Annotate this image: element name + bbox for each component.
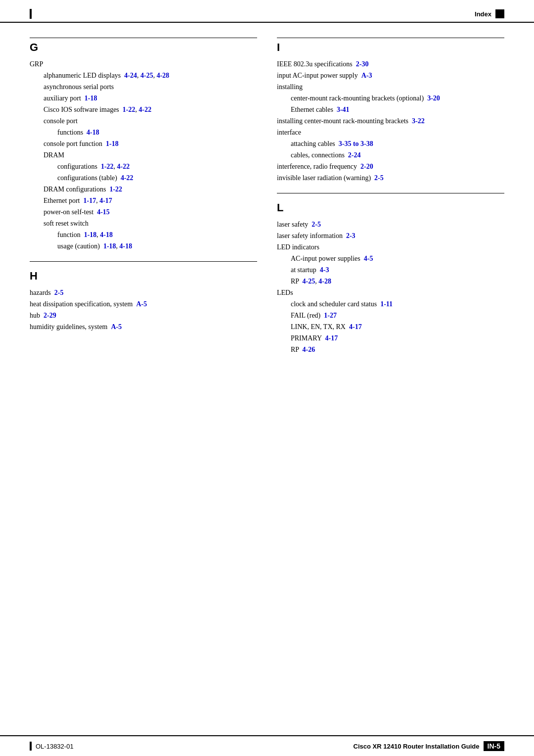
footer: OL-13832-01 Cisco XR 12410 Router Instal…: [0, 735, 534, 756]
list-item: input AC-input power supply A-3: [277, 70, 504, 81]
list-item: RP 4-26: [277, 344, 504, 355]
list-item: soft reset switch: [30, 218, 257, 229]
list-item: installing center-mount rack-mounting br…: [277, 116, 504, 126]
link[interactable]: 1-22: [123, 106, 135, 113]
link[interactable]: 4-15: [97, 208, 110, 216]
list-item: DRAM: [30, 150, 257, 160]
list-item: LEDs: [277, 287, 504, 298]
section-divider-l: [277, 193, 504, 193]
list-item: DRAM configurations 1-22: [30, 184, 257, 194]
link[interactable]: 4-25: [303, 278, 315, 285]
link[interactable]: 2-24: [348, 151, 361, 159]
section-i: I IEEE 802.3u specifications 2-30 input …: [277, 38, 504, 183]
list-item: functions 4-18: [30, 127, 257, 138]
section-h: H hazards 2-5 heat dissipation specifica…: [30, 267, 257, 332]
list-item: heat dissipation specification, system A…: [30, 299, 257, 309]
section-i-header: I: [277, 38, 504, 54]
link[interactable]: 4-3: [320, 266, 329, 274]
link[interactable]: 4-18: [120, 242, 133, 250]
list-item: interface: [277, 127, 504, 138]
list-item: Ethernet cables 3-41: [277, 104, 504, 115]
list-item: alphanumeric LED displays 4-24, 4-25, 4-…: [30, 70, 257, 81]
link[interactable]: 4-24: [124, 72, 137, 79]
list-item: console port function 1-18: [30, 139, 257, 149]
link[interactable]: A-5: [136, 300, 147, 308]
link[interactable]: 2-5: [54, 289, 64, 296]
link[interactable]: 2-3: [346, 232, 356, 239]
list-item: power-on self-test 4-15: [30, 207, 257, 217]
list-item: invisible laser radiation (warning) 2-5: [277, 173, 504, 183]
list-item: center-mount rack-mounting brackets (opt…: [277, 93, 504, 103]
link[interactable]: 4-17: [349, 323, 362, 331]
link[interactable]: 4-26: [303, 346, 315, 353]
list-item: configurations (table) 4-22: [30, 173, 257, 183]
left-column: G GRP alphanumeric LED displays 4-24, 4-…: [30, 38, 257, 356]
list-item: console port: [30, 116, 257, 126]
page: Index G GRP alphanumeric LED displays 4-…: [0, 0, 534, 756]
top-left-bar: [30, 9, 32, 19]
list-item: at startup 4-3: [277, 265, 504, 275]
link[interactable]: 1-17: [83, 197, 96, 204]
section-l: L laser safety 2-5 laser safety informat…: [277, 198, 504, 355]
list-item: PRIMARY 4-17: [277, 333, 504, 343]
main-content: G GRP alphanumeric LED displays 4-24, 4-…: [0, 23, 534, 366]
top-bar-right: Index: [475, 9, 504, 18]
link[interactable]: 2-20: [360, 163, 373, 170]
link[interactable]: 4-5: [364, 255, 373, 262]
link[interactable]: 4-28: [318, 278, 331, 285]
link[interactable]: 4-22: [138, 106, 151, 113]
section-h-header: H: [30, 267, 257, 283]
link[interactable]: 4-22: [117, 163, 130, 170]
list-item: GRP: [30, 59, 257, 69]
section-g: G GRP alphanumeric LED displays 4-24, 4-…: [30, 38, 257, 251]
link[interactable]: 2-5: [312, 221, 321, 228]
list-item: function 1-18, 4-18: [30, 230, 257, 240]
link[interactable]: 3-20: [427, 94, 440, 102]
list-item: clock and scheduler card status 1-11: [277, 299, 504, 309]
link[interactable]: 4-22: [121, 174, 134, 182]
footer-right: Cisco XR 12410 Router Installation Guide…: [354, 741, 504, 751]
list-item: hazards 2-5: [30, 287, 257, 298]
link[interactable]: 4-18: [87, 129, 99, 136]
link[interactable]: 4-18: [100, 231, 113, 238]
link[interactable]: 1-27: [324, 312, 337, 319]
list-item: Cisco IOS software images 1-22, 4-22: [30, 104, 257, 115]
link[interactable]: A-3: [361, 72, 372, 79]
link[interactable]: 1-18: [84, 231, 97, 238]
link[interactable]: 1-18: [106, 140, 119, 147]
link[interactable]: 1-22: [101, 163, 114, 170]
list-item: Ethernet port 1-17, 4-17: [30, 195, 257, 206]
link[interactable]: A-5: [111, 323, 122, 331]
list-item: LED indicators: [277, 242, 504, 252]
list-item: AC-input power supplies 4-5: [277, 253, 504, 264]
list-item: installing: [277, 82, 504, 92]
list-item: hub 2-29: [30, 310, 257, 321]
list-item: attaching cables 3-35 to 3-38: [277, 139, 504, 149]
link[interactable]: 2-5: [374, 174, 384, 182]
right-column: I IEEE 802.3u specifications 2-30 input …: [277, 38, 504, 356]
link[interactable]: 4-17: [325, 334, 338, 342]
link[interactable]: 3-41: [337, 106, 350, 113]
list-item: interference, radio frequency 2-20: [277, 161, 504, 172]
section-divider: [30, 261, 257, 262]
link[interactable]: 4-28: [157, 72, 170, 79]
link[interactable]: 1-22: [109, 186, 122, 193]
link[interactable]: 1-18: [103, 242, 116, 250]
footer-left-bar: [30, 742, 32, 751]
section-l-header: L: [277, 198, 504, 214]
link[interactable]: 1-18: [85, 94, 97, 102]
list-item: RP 4-25, 4-28: [277, 276, 504, 286]
list-item: configurations 1-22, 4-22: [30, 161, 257, 172]
top-bar-block: [495, 9, 504, 18]
link[interactable]: 2-30: [356, 60, 369, 68]
list-item: auxiliary port 1-18: [30, 93, 257, 103]
list-item: usage (caution) 1-18, 4-18: [30, 241, 257, 251]
link[interactable]: 3-35 to 3-38: [339, 140, 373, 147]
link[interactable]: 4-25: [140, 72, 153, 79]
list-item: LINK, EN, TX, RX 4-17: [277, 322, 504, 332]
link[interactable]: 1-11: [380, 300, 393, 308]
link[interactable]: 2-29: [44, 312, 56, 319]
link[interactable]: 4-17: [99, 197, 112, 204]
list-item-laser-safety-info: laser safety information 2-3: [277, 231, 504, 241]
link[interactable]: 3-22: [412, 117, 425, 125]
